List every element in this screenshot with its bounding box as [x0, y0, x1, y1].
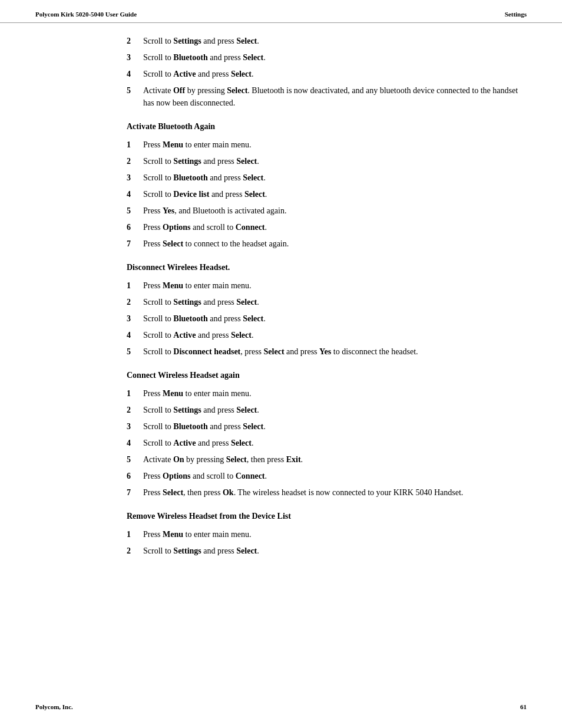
step-text: Scroll to Active and press Select.: [143, 437, 527, 449]
step-text: Scroll to Bluetooth and press Select.: [143, 172, 527, 184]
page-footer: Polycom, Inc. 61: [0, 703, 562, 710]
step-number: 4: [127, 188, 143, 200]
list-item: 3 Scroll to Bluetooth and press Select.: [127, 51, 527, 64]
list-item: 3 Scroll to Bluetooth and press Select.: [127, 172, 527, 184]
step-text: Scroll to Settings and press Select.: [143, 545, 527, 557]
step-number: 5: [127, 345, 143, 358]
step-number: 2: [127, 35, 143, 47]
list-item: 2 Scroll to Settings and press Select.: [127, 404, 527, 416]
step-number: 1: [127, 387, 143, 400]
list-item: 6 Press Options and scroll to Connect.: [127, 221, 527, 233]
step-text: Activate On by pressing Select, then pre…: [143, 453, 527, 466]
step-text: Press Menu to enter main menu.: [143, 279, 527, 292]
step-text: Scroll to Settings and press Select.: [143, 296, 527, 308]
step-text: Activate Off by pressing Select. Bluetoo…: [143, 84, 527, 109]
step-text: Press Options and scroll to Connect.: [143, 470, 527, 482]
section-heading: Activate Bluetooth Again: [127, 122, 527, 131]
step-number: 3: [127, 51, 143, 64]
step-number: 4: [127, 437, 143, 449]
step-number: 6: [127, 470, 143, 482]
step-text: Press Select, then press Ok. The wireles…: [143, 486, 527, 499]
step-text: Press Options and scroll to Connect.: [143, 221, 527, 233]
step-number: 1: [127, 279, 143, 292]
list-item: 3 Scroll to Bluetooth and press Select.: [127, 420, 527, 433]
list-item: 6 Press Options and scroll to Connect.: [127, 470, 527, 482]
step-number: 3: [127, 172, 143, 184]
step-number: 2: [127, 404, 143, 416]
step-number: 7: [127, 238, 143, 250]
list-item: 7 Press Select to connect to the headset…: [127, 238, 527, 250]
step-number: 2: [127, 296, 143, 308]
step-text: Press Menu to enter main menu.: [143, 139, 527, 151]
step-text: Scroll to Active and press Select.: [143, 68, 527, 80]
list-item: 2 Scroll to Settings and press Select.: [127, 35, 527, 47]
step-number: 1: [127, 139, 143, 151]
step-number: 3: [127, 420, 143, 433]
step-text: Scroll to Bluetooth and press Select.: [143, 420, 527, 433]
step-text: Press Menu to enter main menu.: [143, 387, 527, 400]
step-number: 5: [127, 453, 143, 466]
list-item: 4 Scroll to Active and press Select.: [127, 68, 527, 80]
list-item: 2 Scroll to Settings and press Select.: [127, 545, 527, 557]
sections-container: Activate Bluetooth Again 1 Press Menu to…: [127, 122, 527, 557]
list-item: 4 Scroll to Active and press Select.: [127, 437, 527, 449]
step-text: Scroll to Settings and press Select.: [143, 35, 527, 47]
step-number: 5: [127, 84, 143, 97]
list-item: 5 Activate Off by pressing Select. Bluet…: [127, 84, 527, 109]
list-item: 1 Press Menu to enter main menu.: [127, 279, 527, 292]
list-item: 1 Press Menu to enter main menu.: [127, 139, 527, 151]
list-item: 2 Scroll to Settings and press Select.: [127, 155, 527, 167]
footer-company: Polycom, Inc.: [35, 703, 73, 710]
footer-page-number: 61: [520, 703, 527, 710]
step-text: Scroll to Settings and press Select.: [143, 155, 527, 167]
step-number: 2: [127, 155, 143, 167]
step-list: 1 Press Menu to enter main menu. 2 Scrol…: [127, 139, 527, 250]
step-number: 4: [127, 329, 143, 341]
step-text: Scroll to Bluetooth and press Select.: [143, 51, 527, 64]
step-list: 1 Press Menu to enter main menu. 2 Scrol…: [127, 528, 527, 557]
step-text: Scroll to Active and press Select.: [143, 329, 527, 341]
list-item: 5 Scroll to Disconnect headset, press Se…: [127, 345, 527, 358]
section-heading: Disconnect Wirelees Headset.: [127, 263, 527, 272]
step-number: 2: [127, 545, 143, 557]
list-item: 3 Scroll to Bluetooth and press Select.: [127, 312, 527, 325]
step-list: 1 Press Menu to enter main menu. 2 Scrol…: [127, 387, 527, 499]
step-list: 1 Press Menu to enter main menu. 2 Scrol…: [127, 279, 527, 358]
step-text: Scroll to Device list and press Select.: [143, 188, 527, 200]
step-number: 7: [127, 486, 143, 499]
list-item: 7 Press Select, then press Ok. The wirel…: [127, 486, 527, 499]
page-content: 2 Scroll to Settings and press Select. 3…: [0, 23, 562, 591]
step-number: 5: [127, 205, 143, 217]
step-number: 1: [127, 528, 143, 541]
step-text: Press Menu to enter main menu.: [143, 528, 527, 541]
list-item: 4 Scroll to Active and press Select.: [127, 329, 527, 341]
step-number: 4: [127, 68, 143, 80]
step-number: 6: [127, 221, 143, 233]
list-item: 4 Scroll to Device list and press Select…: [127, 188, 527, 200]
header-title: Polycom Kirk 5020-5040 User Guide: [35, 11, 137, 18]
section-heading: Connect Wireless Headset again: [127, 371, 527, 380]
step-text: Scroll to Settings and press Select.: [143, 404, 527, 416]
header-section: Settings: [505, 11, 527, 18]
list-item: 1 Press Menu to enter main menu.: [127, 387, 527, 400]
step-text: Press Select to connect to the headset a…: [143, 238, 527, 250]
list-item: 1 Press Menu to enter main menu.: [127, 528, 527, 541]
step-text: Press Yes, and Bluetooth is activated ag…: [143, 205, 527, 217]
page-header: Polycom Kirk 5020-5040 User Guide Settin…: [0, 0, 562, 23]
section-heading: Remove Wireless Headset from the Device …: [127, 512, 527, 521]
initial-step-list: 2 Scroll to Settings and press Select. 3…: [127, 35, 527, 109]
step-text: Scroll to Disconnect headset, press Sele…: [143, 345, 527, 358]
list-item: 5 Press Yes, and Bluetooth is activated …: [127, 205, 527, 217]
step-number: 3: [127, 312, 143, 325]
list-item: 5 Activate On by pressing Select, then p…: [127, 453, 527, 466]
step-text: Scroll to Bluetooth and press Select.: [143, 312, 527, 325]
list-item: 2 Scroll to Settings and press Select.: [127, 296, 527, 308]
